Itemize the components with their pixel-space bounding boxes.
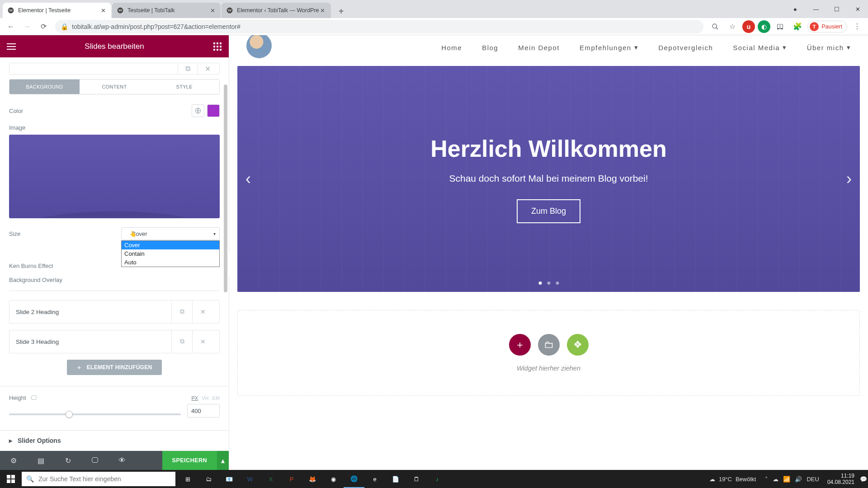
- extension-ublock-icon[interactable]: u: [742, 20, 755, 33]
- taskbar-clock[interactable]: 11:19 04.08.2021: [823, 473, 859, 485]
- tray-onedrive-icon[interactable]: ☁: [773, 476, 778, 483]
- close-window-button[interactable]: ✕: [847, 0, 868, 18]
- nav-social[interactable]: Social Media▾: [733, 43, 787, 52]
- height-input[interactable]: 400: [187, 404, 220, 418]
- add-envato-button[interactable]: ❖: [567, 334, 589, 356]
- tab-background[interactable]: BACKGROUND: [9, 80, 80, 94]
- tray-volume-icon[interactable]: 🔊: [795, 476, 802, 483]
- panel-apps-icon[interactable]: [212, 41, 223, 52]
- nav-ueber[interactable]: Über mich▾: [807, 43, 851, 52]
- close-icon[interactable]: ✕: [209, 7, 216, 14]
- responsive-icon[interactable]: 🖵: [31, 394, 37, 401]
- taskbar-app-explorer[interactable]: 🗂: [198, 470, 219, 488]
- forward-button[interactable]: →: [20, 19, 34, 34]
- taskbar-app-firefox[interactable]: 🦊: [302, 470, 323, 488]
- zoom-icon[interactable]: [708, 19, 722, 34]
- nav-blog[interactable]: Blog: [482, 43, 498, 52]
- history-icon[interactable]: ↻: [54, 451, 81, 470]
- add-template-button[interactable]: 🗀: [538, 334, 560, 356]
- size-option-contain[interactable]: Contain: [122, 249, 219, 258]
- slide-dot-1[interactable]: [538, 282, 542, 285]
- taskbar-app-chrome[interactable]: 🌐: [344, 470, 364, 488]
- save-button[interactable]: SPEICHERN: [162, 451, 217, 470]
- extension-icon[interactable]: ◐: [758, 20, 770, 33]
- settings-gear-icon[interactable]: ⚙: [0, 451, 27, 470]
- slide-next-arrow[interactable]: ›: [846, 169, 852, 188]
- size-option-auto[interactable]: Auto: [122, 258, 219, 267]
- close-icon[interactable]: ✕: [319, 7, 326, 14]
- start-button[interactable]: [0, 470, 22, 488]
- background-image-preview[interactable]: [9, 135, 220, 218]
- slide-item-3[interactable]: Slide 3 Heading ⧉ ✕: [9, 330, 220, 353]
- reload-button[interactable]: ⟳: [36, 19, 51, 34]
- taskbar-app-spotify[interactable]: ♪: [427, 470, 448, 488]
- taskbar-app-word[interactable]: W: [240, 470, 260, 488]
- slide-prev-arrow[interactable]: ‹: [245, 169, 251, 188]
- save-options-caret[interactable]: ▴: [217, 451, 229, 470]
- record-icon[interactable]: ●: [785, 0, 806, 18]
- hero-cta-button[interactable]: Zum Blog: [517, 199, 580, 223]
- size-option-cover[interactable]: Cover: [122, 241, 219, 249]
- color-swatch[interactable]: [207, 104, 220, 117]
- widget-dropzone[interactable]: ＋ 🗀 ❖ Widget hierher ziehen: [237, 310, 860, 396]
- navigator-icon[interactable]: ▤: [27, 451, 54, 470]
- slide-item-2[interactable]: Slide 2 Heading ⧉ ✕: [9, 300, 220, 324]
- add-element-button[interactable]: ＋ ELEMENT HINZUFÜGEN: [67, 360, 162, 375]
- unit-em[interactable]: EM: [212, 395, 220, 401]
- globe-icon[interactable]: [192, 104, 204, 117]
- taskbar-weather[interactable]: ☁ 19°C Bewölkt: [704, 476, 762, 483]
- reading-list-icon[interactable]: 🕮: [773, 19, 788, 34]
- size-select[interactable]: Cover ▾: [121, 227, 220, 240]
- panel-menu-icon[interactable]: [5, 41, 17, 52]
- slide-dot-3[interactable]: [556, 282, 559, 285]
- browser-tab-1[interactable]: Elementor | Testseite ✕: [3, 3, 111, 18]
- address-bar[interactable]: 🔒 tobitalk.at/wp-admin/post.php?post=627…: [55, 20, 703, 33]
- bookmark-star-icon[interactable]: ☆: [725, 19, 740, 34]
- duplicate-icon[interactable]: ⧉: [178, 63, 198, 74]
- kebab-menu-icon[interactable]: ⋮: [850, 19, 864, 34]
- duplicate-icon[interactable]: ⧉: [171, 300, 192, 323]
- taskbar-app-mail[interactable]: 📧: [219, 470, 240, 488]
- height-slider[interactable]: [9, 413, 181, 415]
- browser-tab-2[interactable]: Testseite | TobiTalk ✕: [112, 3, 221, 18]
- taskbar-app-reader[interactable]: 📄: [385, 470, 406, 488]
- browser-tab-3[interactable]: Elementor ‹ TobiTalk — WordPre ✕: [222, 3, 331, 18]
- nav-depot[interactable]: Mein Depot: [518, 43, 560, 52]
- remove-icon[interactable]: ✕: [192, 300, 213, 323]
- nav-depotvergleich[interactable]: Depotvergleich: [658, 43, 713, 52]
- task-view-icon[interactable]: ⊞: [177, 470, 198, 488]
- duplicate-icon[interactable]: ⧉: [171, 330, 192, 353]
- slider-options-section[interactable]: ▸ Slider Options: [0, 430, 229, 451]
- nav-home[interactable]: Home: [441, 43, 462, 52]
- close-icon[interactable]: ✕: [99, 7, 107, 14]
- preview-eye-icon[interactable]: 👁: [108, 451, 136, 470]
- slide-dot-2[interactable]: [547, 282, 550, 285]
- back-button[interactable]: ←: [4, 19, 18, 34]
- unit-px[interactable]: PX: [192, 395, 198, 401]
- profile-paused-pill[interactable]: T Pausiert: [807, 21, 847, 33]
- taskbar-app-excel[interactable]: X: [260, 470, 281, 488]
- tray-lang[interactable]: DEU: [807, 476, 819, 483]
- tray-chevron-up-icon[interactable]: ˄: [765, 476, 768, 483]
- tab-style[interactable]: STYLE: [149, 80, 219, 94]
- maximize-button[interactable]: ☐: [826, 0, 847, 18]
- tab-content[interactable]: CONTENT: [80, 80, 150, 94]
- site-logo[interactable]: [246, 35, 272, 58]
- remove-icon[interactable]: ✕: [198, 63, 217, 74]
- remove-icon[interactable]: ✕: [192, 330, 213, 353]
- taskbar-app-powerpoint[interactable]: P: [281, 470, 302, 488]
- nav-empfehlungen[interactable]: Empfehlungen▾: [580, 43, 638, 52]
- taskbar-app-edge[interactable]: e: [364, 470, 385, 488]
- taskbar-search[interactable]: 🔍 Zur Suche Text hier eingeben: [22, 472, 175, 486]
- add-section-button[interactable]: ＋: [509, 334, 531, 356]
- responsive-mode-icon[interactable]: 🖵: [81, 451, 108, 470]
- hero-slide[interactable]: ‹ › Herzlich Willkommen Schau doch sofor…: [237, 66, 860, 292]
- slider-handle[interactable]: [66, 411, 73, 418]
- unit-vh[interactable]: VH: [202, 395, 208, 401]
- system-tray[interactable]: ˄ ☁ 📶 🔊 DEU: [761, 476, 822, 483]
- new-tab-button[interactable]: +: [335, 5, 348, 18]
- panel-scrollbar[interactable]: [224, 84, 227, 292]
- tray-wifi-icon[interactable]: 📶: [783, 476, 790, 483]
- taskbar-app-notepad[interactable]: 🗒: [406, 470, 427, 488]
- extensions-puzzle-icon[interactable]: 🧩: [790, 19, 805, 34]
